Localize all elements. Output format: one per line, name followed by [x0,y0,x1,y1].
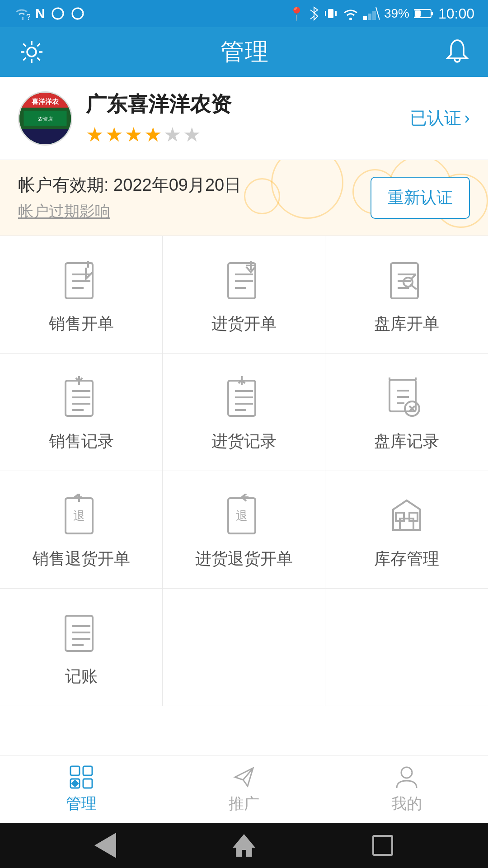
recertify-button[interactable]: 重新认证 [371,177,470,219]
svg-text:?: ? [26,13,30,20]
nav-item-promote[interactable]: 推广 [163,755,325,823]
star-3: ★ [125,123,142,146]
n-icon: N [35,6,45,21]
grid-section: 销售开单 进货开单 盘库开单 [0,236,488,755]
verified-label: 已认证 [410,107,461,130]
svg-rect-4 [325,11,326,16]
home-button[interactable] [230,832,258,859]
svg-rect-78 [83,779,92,788]
star-6: ★ [183,123,201,146]
svg-rect-21 [19,129,71,144]
verified-status[interactable]: 已认证 › [410,107,470,130]
purchase-return-button[interactable]: 退 进货退货开单 [163,471,325,588]
system-nav-bar [0,823,488,868]
accounting-button[interactable]: 记账 [0,589,163,706]
star-4: ★ [144,123,162,146]
header: 管理 [0,27,488,77]
battery-icon [414,8,434,19]
svg-rect-7 [363,16,367,20]
svg-rect-8 [368,14,371,20]
notification-icon[interactable] [445,38,470,66]
grid-row-1: 销售开单 进货开单 盘库开单 [0,236,488,354]
status-icons-left: ? N [14,6,85,21]
expiry-link[interactable]: 帐户过期影响 [18,201,241,222]
avatar[interactable]: 喜洋洋农 农资店 [18,91,72,146]
accounting-label: 记账 [65,665,98,688]
battery-text: 39% [384,6,409,21]
purchase-open-label: 进货开单 [211,313,277,335]
svg-point-6 [349,18,352,20]
wifi-full-icon [343,7,359,20]
svg-text:农资店: 农资店 [38,116,53,121]
settings-icon[interactable] [18,38,45,66]
profile-name: 广东喜洋洋农资 [86,90,396,118]
svg-rect-3 [328,9,333,18]
profile-section: 喜洋洋农 农资店 广东喜洋洋农资 ★ ★ ★ ★ ★ ★ 已认证 › [0,77,488,160]
svg-rect-9 [372,11,376,20]
stars-rating: ★ ★ ★ ★ ★ ★ [86,123,396,146]
sale-open-label: 销售开单 [49,313,114,335]
sale-record-label: 销售记录 [49,430,114,453]
inventory-open-button[interactable]: 盘库开单 [325,236,488,353]
banner-section: 帐户有效期: 2022年09月20日 帐户过期影响 重新认证 [0,160,488,236]
page-title: 管理 [221,36,269,68]
svg-text:喜洋洋农: 喜洋洋农 [32,97,59,105]
purchase-return-label: 进货退货开单 [195,548,293,570]
mine-nav-icon [394,764,419,790]
sync2-icon [70,6,85,21]
inventory-record-button[interactable]: 盘库记录 [325,354,488,471]
svg-line-10 [376,7,380,20]
sale-return-button[interactable]: 退 销售退货开单 [0,471,163,588]
sync1-icon [51,6,65,21]
manage-nav-icon [69,764,94,790]
svg-text:退: 退 [73,509,85,523]
nav-item-manage[interactable]: 管理 [0,755,163,823]
svg-point-14 [27,47,36,57]
empty-slot-2 [325,589,488,706]
bluetooth-icon [309,6,319,21]
sale-open-button[interactable]: 销售开单 [0,236,163,353]
status-icons-right: 📍 [289,5,474,22]
signal-off-icon [363,7,380,20]
grid-row-2: 销售记录 进货记录 [0,354,488,471]
svg-rect-13 [415,10,421,17]
svg-rect-5 [335,11,337,16]
back-button[interactable] [92,832,119,859]
stock-manage-label: 库存管理 [374,548,439,570]
grid-row-4: 记账 [0,589,488,706]
star-1: ★ [86,123,103,146]
bottom-nav: 管理 推广 我的 [0,755,488,823]
expiry-text: 帐户有效期: 2022年09月20日 [18,174,241,197]
status-bar: ? N 📍 [0,0,488,27]
inventory-open-label: 盘库开单 [374,313,439,335]
sale-return-label: 销售退货开单 [33,548,130,570]
empty-slot-1 [163,589,325,706]
purchase-record-label: 进货记录 [211,430,277,453]
sale-record-button[interactable]: 销售记录 [0,354,163,471]
star-5: ★ [164,123,181,146]
chevron-right-icon: › [464,108,470,128]
mine-nav-label: 我的 [391,793,422,814]
svg-rect-75 [70,766,80,775]
purchase-record-button[interactable]: 进货记录 [163,354,325,471]
location-icon: 📍 [289,6,305,21]
inventory-record-label: 盘库记录 [374,430,439,453]
time: 10:00 [438,5,474,22]
grid-row-3: 退 销售退货开单 退 进货退货开单 库存管理 [0,471,488,589]
manage-nav-label: 管理 [66,793,97,814]
vibrate-icon [324,6,338,21]
star-2: ★ [105,123,123,146]
stock-manage-button[interactable]: 库存管理 [325,471,488,588]
recent-button[interactable] [369,832,396,859]
svg-text:退: 退 [236,509,248,523]
wifi-icon: ? [14,7,30,20]
promote-nav-label: 推广 [229,793,259,814]
promote-nav-icon [231,764,257,790]
nav-item-mine[interactable]: 我的 [325,755,488,823]
purchase-open-button[interactable]: 进货开单 [163,236,325,353]
banner-info: 帐户有效期: 2022年09月20日 帐户过期影响 [18,174,241,222]
svg-rect-12 [431,12,433,15]
profile-info: 广东喜洋洋农资 ★ ★ ★ ★ ★ ★ [86,90,396,146]
svg-point-81 [401,767,412,778]
svg-rect-79 [71,779,79,787]
